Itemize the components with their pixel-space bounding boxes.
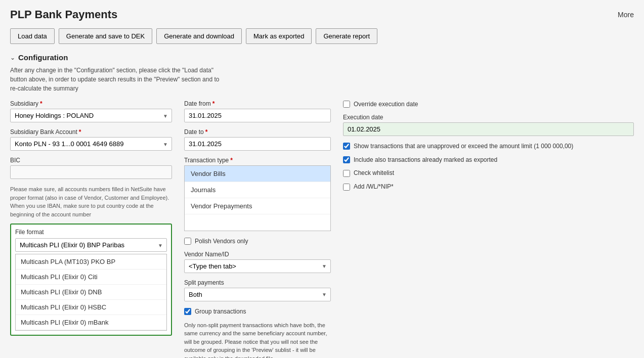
transaction-type-item[interactable]: Vendor Prepayments [185,198,330,214]
subsidiary-label: Subsidiary * [10,100,172,107]
bic-label: BIC [10,157,172,164]
include-exported-label: Include also transactions already marked… [354,156,497,164]
execution-date-input[interactable] [343,122,634,136]
generate-save-button[interactable]: Generate and save to DEK [59,28,152,44]
override-execution-checkbox[interactable] [343,101,350,108]
list-item[interactable]: Multicash PLI (Elixir 0) DNB [16,285,166,300]
date-from-input[interactable] [184,109,331,122]
list-item[interactable]: Multicash PLI (Elixir 0) mBank [16,315,166,330]
check-whitelist-checkbox[interactable] [343,170,350,177]
add-wl-checkbox[interactable] [343,184,350,191]
page-title: PLP Bank Payments [10,8,117,21]
show-unapproved-checkbox[interactable] [343,143,350,150]
info-text: Please make sure, all accounts numbers f… [10,185,172,218]
bank-account-select[interactable]: Konto PLN - 93 1...0 0001 4649 6889 [10,137,172,151]
include-exported-checkbox[interactable] [343,156,350,163]
file-format-label: File format [15,229,167,236]
override-execution-label: Override execution date [354,100,418,109]
transaction-type-item[interactable]: Journals [185,182,330,198]
vendor-name-select[interactable]: <Type then tab> [184,259,331,273]
bic-input[interactable] [10,165,172,179]
transaction-type-multiselect[interactable]: Vendor Bills Journals Vendor Prepayments [184,165,331,231]
file-format-select[interactable]: Multicash PLI (Elixir 0) BNP Paribas [15,238,167,252]
left-column: Subsidiary * Honey Holdings : POLAND Sub… [10,100,172,336]
bank-account-label: Subsidiary Bank Account * [10,128,172,136]
split-payments-select[interactable]: Both [184,288,331,301]
required-star-bank: * [79,128,81,136]
group-transactions-desc: Only non-split payment transactions whic… [184,321,331,358]
polish-vendors-checkbox[interactable] [184,238,191,245]
show-unapproved-label: Show transactions that are unapproved or… [354,142,573,151]
right-column: Override execution date Execution date S… [343,100,634,196]
show-unapproved-row: Show transactions that are unapproved or… [343,142,634,151]
transaction-type-label: Transaction type * [184,157,331,164]
required-star-dateto: * [205,128,208,136]
required-star: * [40,100,42,107]
chevron-down-icon[interactable]: ⌄ [10,54,15,61]
list-item[interactable]: Multicash PLI (Elixir 0) HSBC [16,300,166,315]
group-transactions-checkbox[interactable] [184,308,191,315]
list-item[interactable]: Multicash PLI (Elixir 0) Citi [16,270,166,285]
generate-report-button[interactable]: Generate report [316,28,377,44]
vendor-name-label: Vendor Name/ID [184,251,331,258]
middle-column: Date from * Date to * Transaction type * [184,100,331,358]
mark-exported-button[interactable]: Mark as exported [246,28,312,44]
config-section-header: ⌄ Configuration [10,53,634,62]
group-transactions-row: Group transactions [184,307,331,316]
check-whitelist-row: Check whitelist [343,169,634,177]
polish-vendors-row: Polish Vendors only [184,237,331,246]
file-format-dropdown[interactable]: Multicash PLA (MT103) PKO BP Multicash P… [15,254,167,331]
date-to-label: Date to * [184,128,331,136]
group-transactions-label: Group transactions [195,307,246,316]
config-description: After any change in the "Configuration" … [10,66,223,93]
add-wl-row: Add /WL/*NIP* [343,183,634,191]
split-payments-label: Split payments [184,279,331,286]
include-exported-row: Include also transactions already marked… [343,156,634,164]
add-wl-label: Add /WL/*NIP* [354,183,394,191]
transaction-type-item[interactable]: Vendor Bills [185,166,330,182]
file-format-section: File format Multicash PLI (Elixir 0) BNP… [10,223,172,336]
list-item[interactable]: Multicash PLA (MT103) PKO BP [16,254,166,270]
date-from-label: Date from * [184,100,331,107]
override-execution-row: Override execution date [343,100,634,109]
check-whitelist-label: Check whitelist [354,169,394,177]
config-section-title: Configuration [18,53,68,62]
load-data-button[interactable]: Load data [10,28,55,44]
required-star-txtype: * [230,157,233,164]
toolbar: Load data Generate and save to DEK Gener… [10,28,634,44]
polish-vendors-label: Polish Vendors only [195,237,248,246]
execution-date-label: Execution date [343,114,634,121]
generate-download-button[interactable]: Generate and download [156,28,242,44]
required-star-datefrom: * [212,100,215,107]
date-to-input[interactable] [184,137,331,151]
subsidiary-select[interactable]: Honey Holdings : POLAND [10,109,172,122]
more-button[interactable]: More [618,11,634,19]
